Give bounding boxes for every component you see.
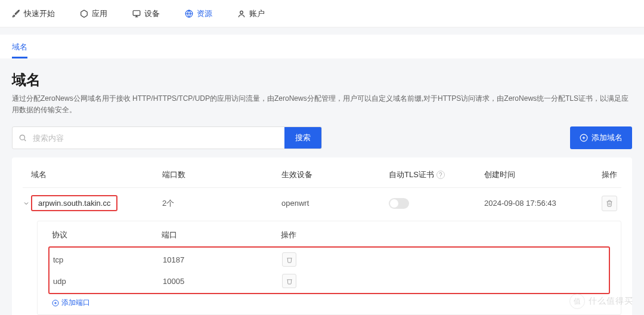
nav-apps[interactable]: 应用 (80, 8, 107, 19)
th-actions: 操作 (597, 169, 621, 180)
th-tls: 自动TLS证书 ? (389, 169, 484, 180)
plus-circle-icon (580, 134, 588, 142)
page-description: 通过分配ZeroNews公网域名用于接收 HTTP/HTTPS/TCP/UDP的… (12, 93, 632, 116)
th-ports: 端口数 (162, 169, 281, 180)
port-value: 10005 (163, 277, 282, 286)
user-icon (237, 10, 246, 18)
svg-line-7 (24, 140, 26, 141)
th-created: 创建时间 (484, 169, 597, 180)
port-count: 2个 (162, 198, 281, 209)
svg-point-5 (240, 11, 243, 14)
globe-icon (185, 10, 193, 18)
search-button[interactable]: 搜索 (284, 127, 321, 149)
toolbar: 搜索 添加域名 (12, 126, 632, 149)
table-row: arpwin.south.takin.cc 2个 openwrt 2024-09… (23, 187, 621, 218)
cube-icon (80, 10, 88, 18)
nav-label: 应用 (92, 8, 107, 19)
nav-devices[interactable]: 设备 (132, 8, 160, 19)
top-nav: 快速开始 应用 设备 资源 账户 (0, 0, 644, 27)
protocol-value: tcp (49, 255, 163, 264)
content: 域名 通过分配ZeroNews公网域名用于接收 HTTP/HTTPS/TCP/U… (0, 58, 644, 315)
rocket-icon (12, 10, 20, 18)
add-port-button[interactable]: 添加端口 (52, 298, 90, 308)
nav-label: 快速开始 (24, 8, 55, 19)
tab-bar: 域名 (0, 35, 644, 58)
domain-name: arpwin.south.takin.cc (31, 195, 117, 211)
chevron-down-icon[interactable] (23, 200, 31, 207)
search-icon (13, 127, 33, 149)
th-protocol: 协议 (48, 230, 162, 240)
th-device: 生效设备 (281, 169, 389, 180)
highlighted-ports: tcp 10187 udp 10005 (48, 246, 610, 294)
nav-quickstart[interactable]: 快速开始 (12, 8, 55, 19)
delete-port-button[interactable] (282, 252, 296, 267)
plus-circle-icon (52, 299, 59, 307)
port-subtable: 协议 端口 操作 tcp 10187 udp 10005 添加端口 (37, 221, 621, 315)
th-domain: 域名 (31, 169, 162, 180)
delete-port-button[interactable] (282, 274, 296, 288)
nav-resources[interactable]: 资源 (185, 8, 212, 19)
sub-header: 协议 端口 操作 (48, 230, 610, 246)
nav-label: 资源 (197, 8, 212, 19)
search-input[interactable] (33, 127, 284, 149)
port-row: udp 10005 (49, 270, 609, 292)
created-time: 2024-09-08 17:56:43 (484, 199, 597, 208)
search-wrap: 搜索 (12, 126, 322, 149)
domain-table: 域名 端口数 生效设备 自动TLS证书 ? 创建时间 操作 arpwin.sou… (12, 158, 632, 315)
add-port-label: 添加端口 (61, 298, 90, 308)
port-row: tcp 10187 (49, 249, 609, 270)
protocol-value: udp (49, 277, 163, 286)
nav-account[interactable]: 账户 (237, 8, 265, 19)
nav-label: 账户 (249, 8, 265, 19)
page-title: 域名 (12, 70, 632, 89)
monitor-icon (132, 10, 141, 18)
svg-rect-0 (133, 10, 140, 15)
table-header: 域名 端口数 生效设备 自动TLS证书 ? 创建时间 操作 (23, 166, 621, 187)
th-port: 端口 (162, 230, 281, 240)
tls-toggle[interactable] (389, 198, 409, 209)
port-value: 10187 (163, 255, 282, 264)
svg-point-6 (20, 135, 24, 140)
tab-domain[interactable]: 域名 (12, 35, 27, 58)
help-icon[interactable]: ? (436, 171, 445, 179)
add-domain-button[interactable]: 添加域名 (570, 126, 632, 149)
add-domain-label: 添加域名 (592, 132, 623, 143)
delete-button[interactable] (602, 196, 617, 211)
nav-label: 设备 (144, 8, 160, 19)
th-sub-actions: 操作 (281, 230, 305, 240)
device-name: openwrt (281, 199, 389, 208)
